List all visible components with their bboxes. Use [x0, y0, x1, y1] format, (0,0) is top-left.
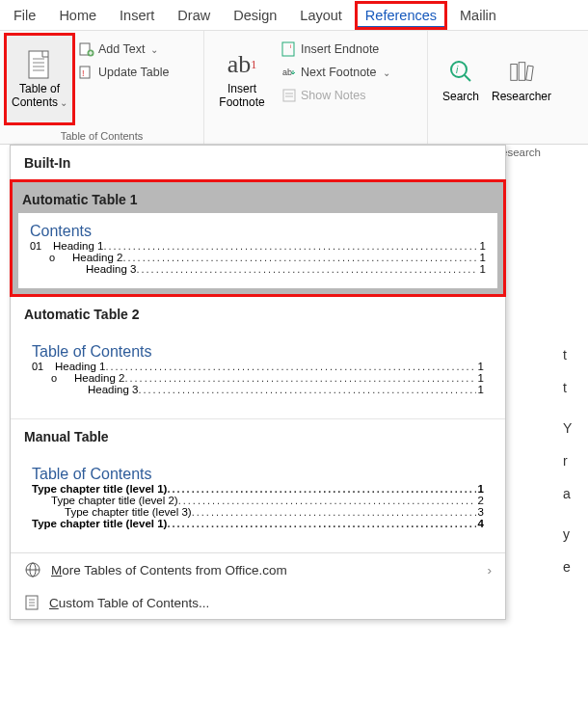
- tab-insert[interactable]: Insert: [110, 2, 164, 29]
- table-of-contents-button[interactable]: Table of Contents⌄: [6, 35, 73, 123]
- table-row: Type chapter title (level 1) 1: [32, 483, 484, 495]
- svg-rect-20: [526, 66, 534, 81]
- show-notes-label: Show Notes: [301, 89, 365, 102]
- table-row: Type chapter title (level 1) 4: [32, 518, 484, 529]
- insert-footnote-label-2: Footnote: [219, 95, 264, 109]
- svg-rect-19: [519, 63, 525, 81]
- group-label-toc: Table of Contents: [0, 130, 203, 142]
- show-notes-button[interactable]: Show Notes: [278, 85, 394, 106]
- table-row: Type chapter title (level 2) 2: [32, 495, 484, 506]
- footnote-sup: 1: [251, 58, 256, 71]
- auto1-title: Automatic Table 1: [18, 186, 497, 213]
- tab-bar: File Home Insert Draw Design Layout Refe…: [0, 0, 588, 31]
- group-label-research: esearch: [501, 147, 541, 158]
- globe-icon: [24, 561, 41, 578]
- researcher-button[interactable]: Researcher: [488, 35, 555, 123]
- toc-label-2: Contents: [12, 95, 58, 109]
- svg-rect-0: [29, 51, 48, 78]
- document-icon: [24, 594, 40, 611]
- next-footnote-button[interactable]: ab Next Footnote ⌄: [278, 62, 394, 83]
- svg-rect-18: [511, 65, 518, 81]
- document-area: ttYraye: [563, 328, 588, 675]
- add-text-button[interactable]: Add Text ⌄: [75, 39, 173, 60]
- tab-home[interactable]: Home: [49, 2, 106, 29]
- add-text-label: Add Text: [98, 42, 145, 56]
- insert-footnote-label-1: Insert: [227, 82, 256, 95]
- update-table-button[interactable]: ! Update Table: [75, 62, 173, 83]
- show-notes-icon: [281, 88, 297, 103]
- chevron-down-icon: ⌄: [383, 67, 390, 78]
- next-footnote-label: Next Footnote: [301, 66, 377, 79]
- footnote-ab: ab: [227, 50, 252, 78]
- toc-gallery-menu: Built-In Automatic Table 1 Contents 01 H…: [10, 145, 506, 620]
- insert-footnote-button[interactable]: ab1 Insert Footnote: [210, 35, 274, 123]
- auto2-title: Automatic Table 2: [11, 296, 505, 328]
- table-row: o Heading 2 1: [32, 372, 484, 384]
- table-row: Type chapter title (level 3) 3: [32, 506, 484, 518]
- table-row: Heading 3 1: [30, 263, 486, 275]
- svg-rect-9: [282, 42, 294, 56]
- gallery-automatic-table-1[interactable]: Automatic Table 1 Contents 01 Heading 1 …: [11, 180, 505, 296]
- gallery-manual-table[interactable]: Manual Table Table of Contents Type chap…: [11, 418, 505, 552]
- manual-title: Manual Table: [11, 418, 505, 450]
- update-icon: !: [79, 65, 94, 80]
- next-footnote-icon: ab: [281, 65, 297, 80]
- tab-draw[interactable]: Draw: [168, 2, 220, 29]
- svg-rect-12: [283, 90, 295, 101]
- search-label: Search: [442, 90, 479, 103]
- add-text-icon: [79, 41, 94, 57]
- search-button[interactable]: i Search: [434, 35, 488, 123]
- document-icon: [26, 48, 53, 81]
- more-toc-office-button[interactable]: More Tables of Contents from Office.com …: [11, 553, 505, 586]
- svg-line-16: [465, 75, 470, 81]
- table-row: o Heading 2 1: [30, 252, 486, 263]
- gallery-automatic-table-2[interactable]: Automatic Table 2 Table of Contents 01 H…: [11, 296, 505, 418]
- auto2-toc-title: Table of Contents: [32, 343, 484, 361]
- toc-label-1: Table of: [19, 82, 60, 95]
- svg-text:ab: ab: [282, 67, 292, 77]
- table-row: 01 Heading 1 1: [32, 361, 484, 372]
- svg-point-15: [451, 62, 467, 77]
- tab-design[interactable]: Design: [224, 2, 286, 29]
- insert-endnote-label: Insert Endnote: [301, 42, 379, 56]
- menu-footer: More Tables of Contents from Office.com …: [11, 552, 505, 619]
- books-icon: [508, 55, 535, 88]
- builtin-header: Built-In: [11, 146, 505, 180]
- update-table-label: Update Table: [98, 66, 169, 79]
- table-row: Heading 3 1: [32, 384, 484, 395]
- svg-text:i: i: [290, 43, 291, 49]
- custom-toc-button[interactable]: Custom Table of Contents...: [11, 586, 505, 619]
- chevron-right-icon: ›: [488, 563, 493, 577]
- insert-endnote-button[interactable]: i Insert Endnote: [278, 39, 394, 60]
- chevron-down-icon: ⌄: [150, 44, 158, 55]
- manual-toc-title: Table of Contents: [32, 466, 484, 483]
- chevron-down-icon: ⌄: [60, 97, 67, 108]
- auto1-toc-title: Contents: [30, 223, 486, 240]
- svg-text:!: !: [82, 68, 85, 78]
- svg-text:i: i: [456, 65, 459, 75]
- search-icon: i: [447, 55, 474, 88]
- tab-references[interactable]: References: [356, 2, 446, 29]
- tab-file[interactable]: File: [4, 2, 45, 29]
- researcher-label: Researcher: [492, 90, 551, 103]
- tab-mailings[interactable]: Mailin: [450, 2, 506, 29]
- endnote-icon: i: [281, 41, 297, 57]
- table-row: 01 Heading 1 1: [30, 240, 486, 252]
- tab-layout[interactable]: Layout: [290, 2, 352, 29]
- ribbon: Table of Contents⌄ Add Text ⌄ ! Update T…: [0, 31, 588, 145]
